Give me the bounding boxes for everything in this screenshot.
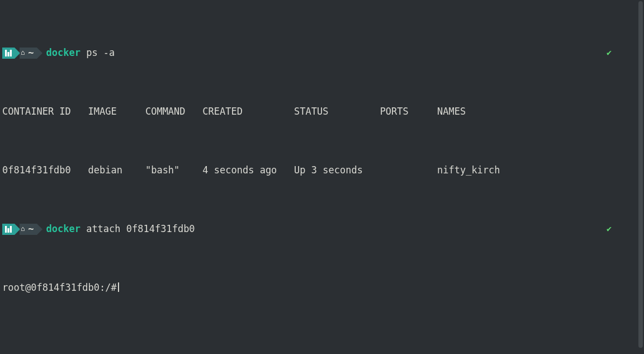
scrollbar[interactable] xyxy=(638,1,643,348)
path-badge: ⌂ ~ xyxy=(20,224,37,235)
col-image: IMAGE xyxy=(88,106,117,117)
cursor-icon xyxy=(118,282,119,292)
cell-image: debian xyxy=(88,164,122,176)
path-arrow-icon xyxy=(37,48,42,59)
svg-rect-3 xyxy=(5,226,7,233)
col-created: CREATED xyxy=(202,106,243,117)
svg-rect-0 xyxy=(5,50,7,56)
terminal-output[interactable]: ⌂ ~ docker ps -a ✔ CONTAINER ID IMAGE CO… xyxy=(0,0,644,317)
col-names: NAMES xyxy=(437,106,466,117)
command-keyword: docker xyxy=(46,223,80,235)
distro-badge: ⌂ ~ xyxy=(2,48,42,59)
home-icon: ⌂ xyxy=(21,223,25,235)
tilde-label: ~ xyxy=(28,223,34,235)
prompt-line-1: ⌂ ~ docker ps -a ✔ xyxy=(2,47,642,59)
svg-rect-1 xyxy=(7,52,9,56)
path-badge: ⌂ ~ xyxy=(20,48,37,59)
cell-status: Up 3 seconds xyxy=(294,164,363,176)
success-check-icon: ✔ xyxy=(607,47,612,59)
col-container-id: CONTAINER ID xyxy=(2,106,71,117)
svg-rect-5 xyxy=(10,226,12,233)
manjaro-icon xyxy=(2,224,15,235)
cell-command: "bash" xyxy=(145,164,179,176)
col-ports: PORTS xyxy=(380,106,409,117)
prompt-line-2: ⌂ ~ docker attach 0f814f31fdb0 ✔ xyxy=(2,223,642,235)
command-keyword: docker xyxy=(46,47,80,59)
manjaro-icon xyxy=(2,48,15,59)
container-shell-line[interactable]: root@0f814f31fdb0:/# xyxy=(2,282,642,294)
col-status: STATUS xyxy=(294,106,328,117)
home-icon: ⌂ xyxy=(21,47,25,59)
table-header-row: CONTAINER ID IMAGE COMMAND CREATED STATU… xyxy=(2,106,642,117)
container-shell-prompt: root@0f814f31fdb0:/# xyxy=(2,282,117,293)
cell-container-id: 0f814f31fdb0 xyxy=(2,164,71,176)
table-row: 0f814f31fdb0 debian "bash" 4 seconds ago… xyxy=(2,164,642,176)
svg-rect-2 xyxy=(10,50,12,56)
distro-badge: ⌂ ~ xyxy=(2,224,42,235)
command-args: ps -a xyxy=(80,47,115,59)
success-check-icon: ✔ xyxy=(607,223,612,235)
col-command: COMMAND xyxy=(145,106,186,117)
svg-rect-4 xyxy=(7,228,9,233)
path-arrow-icon xyxy=(37,224,42,235)
command-args: attach 0f814f31fdb0 xyxy=(80,223,195,235)
cell-created: 4 seconds ago xyxy=(202,164,277,176)
cell-names: nifty_kirch xyxy=(437,164,500,176)
tilde-label: ~ xyxy=(28,47,34,59)
